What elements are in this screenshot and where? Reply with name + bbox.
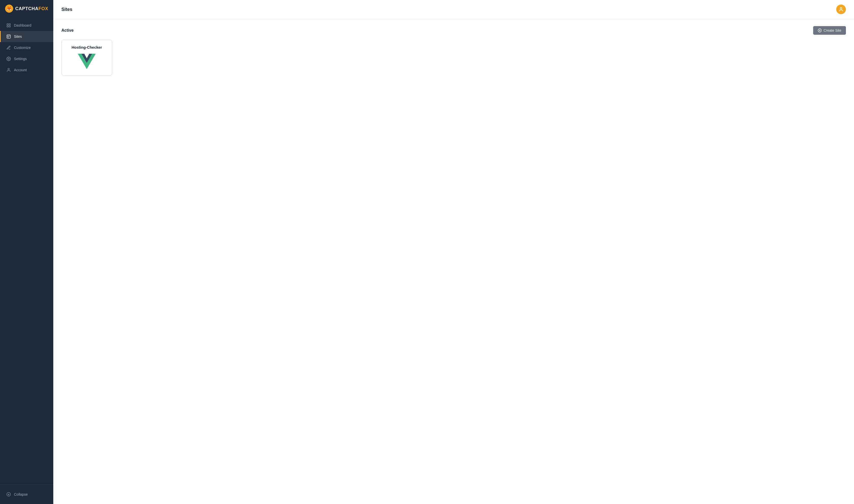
- svg-point-13: [840, 7, 842, 10]
- collapse-label: Collapse: [14, 492, 28, 497]
- sidebar-item-customize[interactable]: Customize: [0, 42, 53, 53]
- svg-point-10: [8, 68, 10, 70]
- sites-grid: Hosting-Checker: [62, 40, 846, 75]
- sidebar-nav: Dashboard Sites Customize Settings Accou: [0, 17, 53, 485]
- sidebar: 🦊 CAPTCHAFOX Dashboard Sites Customize: [0, 0, 53, 504]
- plus-circle-icon: [818, 29, 822, 33]
- user-icon: [838, 7, 843, 12]
- create-site-button[interactable]: Create Site: [813, 26, 846, 35]
- section-header: Active Create Site: [62, 26, 846, 35]
- main-content: Sites Active Create Site Hosting-Checker: [53, 0, 854, 504]
- svg-rect-5: [9, 26, 11, 27]
- page-title: Sites: [62, 7, 72, 12]
- svg-rect-6: [7, 35, 11, 38]
- dashboard-icon: [6, 23, 11, 28]
- brand-name: CAPTCHAFOX: [15, 6, 48, 12]
- logo[interactable]: 🦊 CAPTCHAFOX: [0, 0, 53, 17]
- page-header: Sites: [53, 0, 854, 19]
- sidebar-item-account[interactable]: Account: [0, 65, 53, 75]
- sites-icon: [6, 34, 11, 39]
- logo-icon: 🦊: [5, 4, 13, 13]
- page-content: Active Create Site Hosting-Checker: [53, 19, 854, 504]
- sidebar-item-settings[interactable]: Settings: [0, 53, 53, 65]
- section-title: Active: [62, 28, 74, 33]
- svg-point-9: [8, 58, 10, 59]
- sidebar-item-label: Account: [14, 68, 27, 72]
- svg-rect-2: [7, 23, 8, 25]
- account-icon: [6, 68, 11, 72]
- sidebar-item-dashboard[interactable]: Dashboard: [0, 20, 53, 31]
- vue-logo-icon: [78, 53, 95, 70]
- sidebar-item-sites[interactable]: Sites: [0, 31, 53, 42]
- sidebar-item-label: Settings: [14, 57, 27, 61]
- svg-text:🦊: 🦊: [6, 6, 12, 11]
- svg-rect-3: [9, 23, 11, 25]
- customize-icon: [6, 46, 11, 50]
- create-site-label: Create Site: [823, 29, 841, 33]
- settings-icon: [6, 56, 11, 61]
- user-avatar[interactable]: [836, 4, 846, 14]
- sidebar-item-label: Dashboard: [14, 23, 32, 28]
- sidebar-item-label: Customize: [14, 46, 31, 50]
- sidebar-item-label: Sites: [14, 35, 22, 38]
- site-card[interactable]: Hosting-Checker: [62, 40, 112, 75]
- collapse-icon: [6, 492, 11, 497]
- site-card-name: Hosting-Checker: [72, 45, 102, 50]
- svg-rect-4: [7, 26, 8, 27]
- collapse-button[interactable]: Collapse: [0, 489, 53, 500]
- sidebar-bottom: Collapse: [0, 485, 53, 504]
